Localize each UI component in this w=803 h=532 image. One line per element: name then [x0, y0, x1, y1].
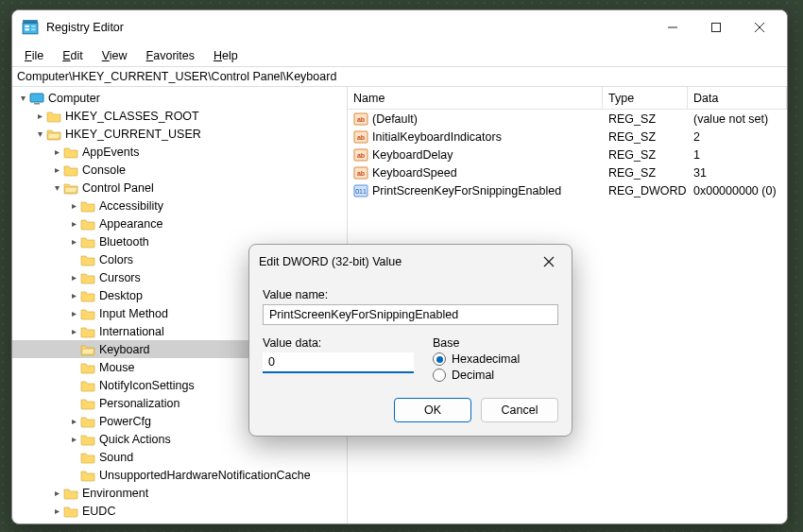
tree-node-sound[interactable]: ▸Sound [12, 448, 347, 466]
tree-node-label: International [99, 325, 164, 338]
tree-node-keyboard-layout[interactable]: ▸Keyboard Layout [12, 520, 347, 523]
expand-icon[interactable]: ▸ [67, 218, 80, 229]
tree-node-console[interactable]: ▸Console [12, 161, 347, 179]
value-data-input[interactable] [263, 352, 414, 373]
menu-favorites[interactable]: Favorites [138, 47, 203, 64]
edit-dword-dialog: Edit DWORD (32-bit) Value Value name: Va… [248, 244, 572, 437]
address-bar[interactable]: Computer\HKEY_CURRENT_USER\Control Panel… [12, 66, 787, 87]
expand-icon[interactable]: ▸ [50, 488, 63, 498]
tree-node-appevents[interactable]: ▸AppEvents [12, 143, 347, 161]
tree-node-label: HKEY_CLASSES_ROOT [65, 110, 199, 123]
list-header[interactable]: Name Type Data [348, 87, 787, 110]
radio-hexadecimal[interactable]: Hexadecimal [433, 352, 520, 366]
expand-icon[interactable]: ▸ [67, 272, 80, 283]
tree-node-label: Sound [99, 451, 133, 464]
value-row[interactable]: ab(Default)REG_SZ(value not set) [348, 110, 787, 128]
expand-icon[interactable]: ▸ [67, 308, 80, 318]
expand-icon[interactable]: ▸ [50, 146, 63, 157]
base-label: Base [433, 336, 520, 350]
dialog-title: Edit DWORD (32-bit) Value [259, 255, 536, 268]
radio-decimal-label: Decimal [452, 369, 494, 382]
value-name: (Default) [372, 112, 603, 126]
expand-icon[interactable]: ▸ [67, 326, 80, 336]
tree-node-eudc[interactable]: ▸EUDC [12, 502, 347, 520]
tree-node-label: Colors [99, 253, 133, 266]
tree-node-label: Mouse [99, 361, 135, 374]
value-data: 2 [688, 130, 787, 144]
titlebar[interactable]: Registry Editor [12, 10, 787, 44]
value-type: REG_SZ [603, 130, 688, 144]
expand-icon[interactable]: ▸ [67, 434, 80, 444]
svg-text:011: 011 [355, 188, 367, 195]
expand-icon[interactable]: ▸ [67, 290, 80, 300]
expand-icon[interactable]: ▸ [67, 200, 80, 211]
col-name[interactable]: Name [348, 87, 603, 109]
menu-edit[interactable]: Edit [54, 47, 92, 64]
col-type[interactable]: Type [603, 87, 688, 109]
tree-node-label: Bluetooth [99, 235, 149, 249]
tree-node-label: Cursors [99, 271, 141, 284]
value-name-input[interactable] [263, 304, 558, 325]
tree-node-computer[interactable]: ▾Computer [12, 89, 347, 107]
radio-icon [433, 352, 446, 366]
expand-icon[interactable]: ▾ [50, 182, 63, 193]
tree-node-label: EUDC [82, 505, 115, 518]
svg-rect-10 [30, 94, 43, 102]
close-button[interactable] [738, 10, 781, 44]
value-type: REG_SZ [603, 166, 688, 180]
tree-node-label: UnsupportedHardwareNotificationCache [99, 469, 311, 482]
col-data[interactable]: Data [688, 87, 787, 109]
value-name: KeyboardDelay [372, 148, 603, 162]
tree-node-label: Appearance [99, 217, 162, 231]
svg-text:ab: ab [357, 170, 365, 177]
tree-node-unsupportedhardwarenotificationcache[interactable]: ▸UnsupportedHardwareNotificationCache [12, 466, 347, 484]
menu-file[interactable]: File [16, 47, 52, 64]
value-data: 31 [688, 166, 787, 180]
tree-node-appearance[interactable]: ▸Appearance [12, 215, 347, 232]
ok-button[interactable]: OK [394, 398, 471, 422]
tree-node-label: AppEvents [82, 146, 139, 159]
value-row[interactable]: 011PrintScreenKeyForSnippingEnabledREG_D… [348, 181, 787, 199]
value-data: 1 [688, 148, 787, 162]
tree-node-label: Keyboard [99, 343, 150, 356]
tree-node-label: Control Panel [82, 181, 154, 195]
svg-rect-4 [31, 26, 36, 27]
tree-node-label: NotifyIconSettings [99, 379, 195, 392]
expand-icon[interactable]: ▾ [33, 129, 46, 139]
value-data: 0x00000000 (0) [688, 184, 787, 197]
value-row[interactable]: abInitialKeyboardIndicatorsREG_SZ2 [348, 128, 787, 146]
svg-text:ab: ab [357, 152, 365, 159]
minimize-button[interactable] [651, 10, 694, 44]
expand-icon[interactable]: ▾ [16, 93, 29, 103]
expand-icon[interactable]: ▸ [50, 164, 63, 175]
dialog-titlebar[interactable]: Edit DWORD (32-bit) Value [249, 245, 572, 279]
expand-icon[interactable]: ▸ [67, 236, 80, 247]
cancel-button[interactable]: Cancel [481, 398, 558, 422]
value-data: (value not set) [688, 112, 787, 126]
expand-icon[interactable]: ▸ [50, 506, 63, 516]
value-data-label: Value data: [263, 336, 414, 350]
dialog-close-button[interactable] [536, 249, 562, 275]
svg-text:ab: ab [357, 134, 365, 141]
tree-node-environment[interactable]: ▸Environment [12, 484, 347, 502]
tree-node-hkey-classes-root[interactable]: ▸HKEY_CLASSES_ROOT [12, 107, 347, 125]
expand-icon[interactable]: ▸ [67, 416, 80, 426]
tree-node-label: Input Method [99, 307, 168, 320]
window-title: Registry Editor [46, 21, 124, 34]
radio-decimal[interactable]: Decimal [433, 369, 520, 382]
menu-view[interactable]: View [94, 47, 136, 64]
tree-node-hkey-current-user[interactable]: ▾HKEY_CURRENT_USER [12, 125, 347, 143]
tree-node-label: Quick Actions [99, 433, 171, 446]
app-icon [22, 19, 39, 36]
svg-rect-2 [25, 26, 29, 27]
value-row[interactable]: abKeyboardSpeedREG_SZ31 [348, 163, 787, 181]
expand-icon[interactable]: ▸ [33, 111, 46, 121]
tree-node-control-panel[interactable]: ▾Control Panel [12, 179, 347, 197]
value-row[interactable]: abKeyboardDelayREG_SZ1 [348, 146, 787, 163]
menu-help[interactable]: Help [205, 47, 247, 64]
tree-node-label: Console [82, 163, 126, 177]
radio-icon [433, 369, 446, 382]
svg-text:ab: ab [357, 116, 365, 123]
maximize-button[interactable] [694, 10, 738, 44]
tree-node-accessibility[interactable]: ▸Accessibility [12, 197, 347, 215]
